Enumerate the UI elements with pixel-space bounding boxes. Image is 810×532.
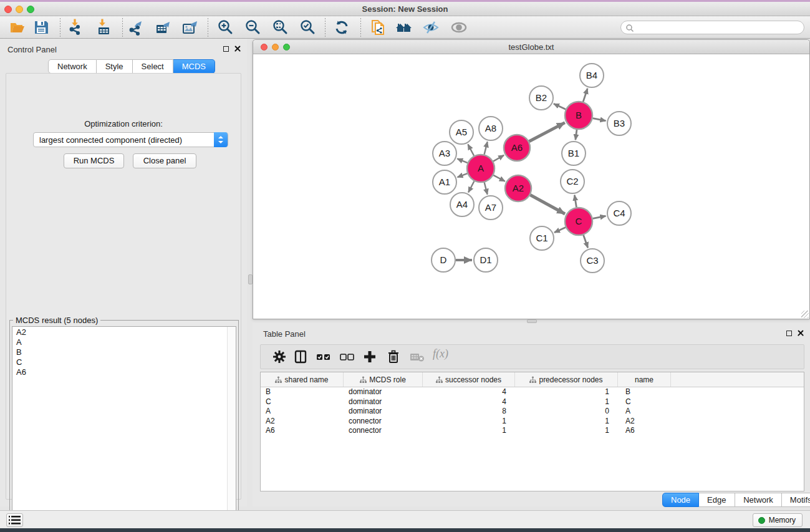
select-all-icon[interactable] [316,349,332,365]
table-row[interactable]: A2connector11A2 [261,417,804,427]
table-cell[interactable]: 4 [423,387,515,397]
table-cell[interactable]: 1 [515,426,618,436]
criterion-select[interactable]: largest connected component (directed) [33,132,228,147]
table-cell[interactable]: 4 [423,397,515,407]
table-cell[interactable]: connector [344,426,423,436]
table-row[interactable]: A6connector11A6 [261,426,804,436]
import-network-icon[interactable] [67,19,85,36]
memory-button[interactable]: Memory [753,513,803,527]
clone-network-icon[interactable] [369,19,387,36]
export-image-icon[interactable] [181,19,198,36]
edge-C-C3[interactable] [584,235,588,248]
table-cell[interactable]: A6 [261,426,344,436]
table-cell[interactable]: 1 [515,387,618,397]
vertical-splitter-handle[interactable] [248,274,253,284]
scrollbar-track[interactable] [227,327,236,529]
table-cell[interactable]: dominator [344,407,423,417]
tab-edge-table[interactable]: Edge Table [699,493,735,507]
zoom-out-icon[interactable] [244,19,261,36]
column-header-predecessor-nodes[interactable]: predecessor nodes [515,372,618,387]
export-table-icon[interactable] [154,19,171,36]
result-item[interactable]: C [12,357,236,367]
search-input[interactable] [636,22,798,33]
edge-C-C4[interactable] [593,216,606,218]
result-item[interactable]: B [12,347,236,357]
function-builder-icon[interactable]: f(x) [433,347,458,364]
zoom-in-icon[interactable] [216,19,234,36]
edge-B-B4[interactable] [583,89,587,102]
export-network-icon[interactable] [128,19,145,36]
tab-node-table[interactable]: Node Table [662,493,699,507]
delete-table-icon[interactable] [409,349,425,365]
hide-eye-icon[interactable] [422,19,440,36]
edge-A2-C[interactable] [530,195,565,214]
table-cell[interactable]: B [261,387,344,397]
edge-A-A8[interactable] [485,142,488,154]
column-header-name[interactable]: name [618,372,671,387]
edge-A-A1[interactable] [458,173,468,177]
float-panel-icon[interactable] [223,46,229,52]
table-cell[interactable]: dominator [344,387,423,397]
edge-A-A7[interactable] [485,182,488,194]
zoom-fit-icon[interactable] [271,19,289,36]
network-window-titlebar[interactable]: testGlobe.txt [253,40,809,54]
import-table-icon[interactable] [95,19,112,36]
result-item[interactable]: A2 [12,327,236,337]
node-table[interactable]: shared nameMCDS rolesuccessor nodesprede… [260,372,804,491]
table-cell[interactable]: 8 [423,407,515,417]
table-cell[interactable]: A2 [261,417,344,427]
edge-B-B1[interactable] [576,130,577,140]
edge-A-A3[interactable] [457,158,467,163]
open-file-icon[interactable] [9,19,26,36]
table-cell[interactable]: A6 [618,426,671,436]
table-cell[interactable]: A [261,407,344,417]
deselect-all-icon[interactable] [339,349,355,365]
column-header-shared-name[interactable]: shared name [261,372,344,387]
mcds-result-list[interactable]: A2ABCA6 [12,326,236,530]
close-panel-button[interactable]: Close panel [133,153,196,168]
edge-B-B2[interactable] [554,104,566,109]
table-cell[interactable]: 1 [423,417,515,427]
search-field[interactable] [620,21,804,34]
run-mcds-button[interactable]: Run MCDS [64,153,124,168]
edge-A-A4[interactable] [468,181,474,192]
window-resize-grip[interactable] [801,311,809,318]
network-canvas[interactable]: AA1A3A5A8A4A7A6A2BB1B2B3B4CC1C2C3C4DD1 [253,54,809,319]
table-cell[interactable]: connector [344,417,423,427]
tab-network[interactable]: Network [48,59,97,74]
tab-select[interactable]: Select [133,59,173,74]
table-cell[interactable]: A [618,407,671,417]
edge-B-B3[interactable] [593,118,606,121]
add-column-icon[interactable] [362,349,378,365]
tab-network-table[interactable]: Network Table [735,493,782,507]
edge-A-A5[interactable] [468,144,474,155]
column-header-successor-nodes[interactable]: successor nodes [423,372,515,387]
columns-icon[interactable] [293,349,309,365]
refresh-layout-icon[interactable] [333,19,350,36]
zoom-selected-icon[interactable] [299,19,316,36]
table-cell[interactable]: C [261,397,344,407]
table-row[interactable]: Bdominator41B [261,387,804,397]
home-icon[interactable] [395,19,412,36]
close-panel-icon[interactable] [798,330,804,336]
tab-style[interactable]: Style [97,59,133,74]
table-cell[interactable]: 0 [515,407,618,417]
table-cell[interactable]: dominator [344,397,423,407]
edge-A-A2[interactable] [493,175,505,181]
task-history-button[interactable] [6,513,23,527]
gear-icon[interactable] [272,349,288,365]
table-row[interactable]: Cdominator41C [261,397,804,407]
show-eye-icon[interactable] [450,19,468,36]
edge-C-C2[interactable] [574,195,576,208]
result-item[interactable]: A6 [12,367,236,377]
edge-C-C1[interactable] [554,228,566,233]
float-panel-icon[interactable] [786,331,792,336]
table-cell[interactable]: B [618,387,671,397]
table-cell[interactable]: 1 [423,426,515,436]
table-cell[interactable]: 1 [515,397,618,407]
edge-A-A6[interactable] [493,155,504,162]
tab-mcds[interactable]: MCDS [173,59,215,74]
table-row[interactable]: Adominator80A [261,407,804,417]
column-header-MCDS-role[interactable]: MCDS role [344,372,423,387]
close-panel-icon[interactable] [234,46,241,52]
